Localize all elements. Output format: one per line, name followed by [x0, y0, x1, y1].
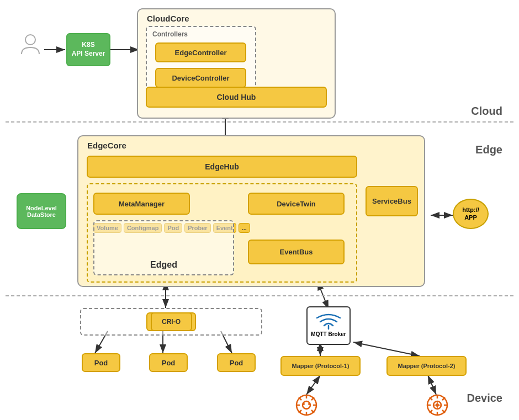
module-etc: ... [239, 223, 250, 233]
svg-line-20 [353, 342, 420, 356]
servicebus-box: ServiceBus [366, 186, 418, 216]
pod2-box: Pod [149, 353, 188, 372]
svg-line-35 [299, 410, 301, 413]
svg-line-34 [311, 397, 314, 400]
pod3-label: Pod [230, 359, 243, 367]
runtime-box: Docker containerd CRI-O [80, 308, 262, 336]
pod1-label: Pod [94, 359, 108, 367]
svg-line-22 [428, 375, 436, 395]
edge-controller-label: EdgeController [175, 49, 227, 57]
mapper1-box: Mapper (Protocol-1) [280, 356, 361, 376]
pod3-box: Pod [217, 353, 256, 372]
mapper2-box: Mapper (Protocol-2) [386, 356, 467, 376]
svg-point-25 [25, 35, 35, 45]
servicebus-label: ServiceBus [372, 197, 411, 205]
cri-o-box: CRI-O [151, 312, 192, 331]
svg-point-37 [308, 403, 310, 405]
user-person [17, 33, 44, 57]
edgecore-box: EdgeCore EdgeHub MetaManager DeviceTwin … [77, 135, 425, 287]
edge-zone-label: Edge [475, 143, 502, 156]
svg-line-21 [306, 375, 320, 395]
svg-line-32 [299, 397, 301, 400]
svg-line-33 [311, 410, 314, 413]
pod1-box: Pod [82, 353, 120, 372]
cloud-edge-separator [6, 121, 513, 123]
cloud-hub-label: Cloud Hub [217, 93, 256, 102]
cloud-zone-label: Cloud [471, 105, 502, 118]
edgehub-label: EdgeHub [205, 162, 239, 171]
mqtt-label: MQTT Broker [311, 331, 346, 338]
device2-icon [421, 393, 454, 420]
device-twin-label: DeviceTwin [277, 200, 316, 208]
device1-icon [290, 393, 323, 420]
k8s-api-server-box: K8S API Server [66, 33, 110, 66]
svg-point-36 [303, 403, 305, 405]
device-controller-box: DeviceController [155, 68, 246, 88]
device-twin-box: DeviceTwin [248, 193, 345, 215]
cloudcore-box: CloudCore Controllers EdgeController Dev… [137, 8, 336, 119]
svg-line-47 [430, 410, 432, 413]
k8s-label: K8S API Server [72, 41, 105, 58]
edgecore-label: EdgeCore [87, 141, 126, 150]
http-app-label: http:// APP [462, 206, 479, 221]
device-zone-label: Device [467, 392, 503, 405]
mqtt-broker-box: MQTT Broker [306, 306, 351, 345]
edge-controller-box: EdgeController [155, 42, 246, 62]
svg-line-44 [430, 397, 432, 400]
mapper2-label: Mapper (Protocol-2) [398, 363, 456, 369]
svg-line-45 [442, 410, 445, 413]
edged-box: Edged [93, 220, 234, 275]
device-controller-label: DeviceController [172, 74, 229, 82]
nodestore-label: NodeLevel DataStore [26, 205, 57, 218]
cloudcore-label: CloudCore [147, 14, 189, 23]
edge-device-separator [6, 295, 513, 296]
controllers-label: Controllers [152, 30, 188, 38]
meta-device-box: MetaManager DeviceTwin Volume Configmap … [87, 183, 357, 283]
pod2-label: Pod [162, 359, 176, 367]
diagram-container: Cloud Edge Device K8S API Server CloudCo… [0, 0, 519, 420]
crio-label: CRI-O [162, 318, 181, 326]
meta-manager-label: MetaManager [119, 200, 165, 208]
http-app-box: http:// APP [453, 199, 489, 229]
eventbus-label: EventBus [280, 248, 313, 256]
nodestore-box: NodeLevel DataStore [17, 193, 66, 229]
meta-manager-box: MetaManager [93, 193, 190, 215]
eventbus-box: EventBus [248, 240, 345, 264]
edged-label: Edged [150, 260, 177, 270]
svg-line-46 [442, 397, 445, 400]
edgehub-box: EdgeHub [87, 156, 357, 178]
cloud-hub-box: Cloud Hub [146, 87, 327, 108]
mapper1-label: Mapper (Protocol-1) [292, 363, 349, 369]
